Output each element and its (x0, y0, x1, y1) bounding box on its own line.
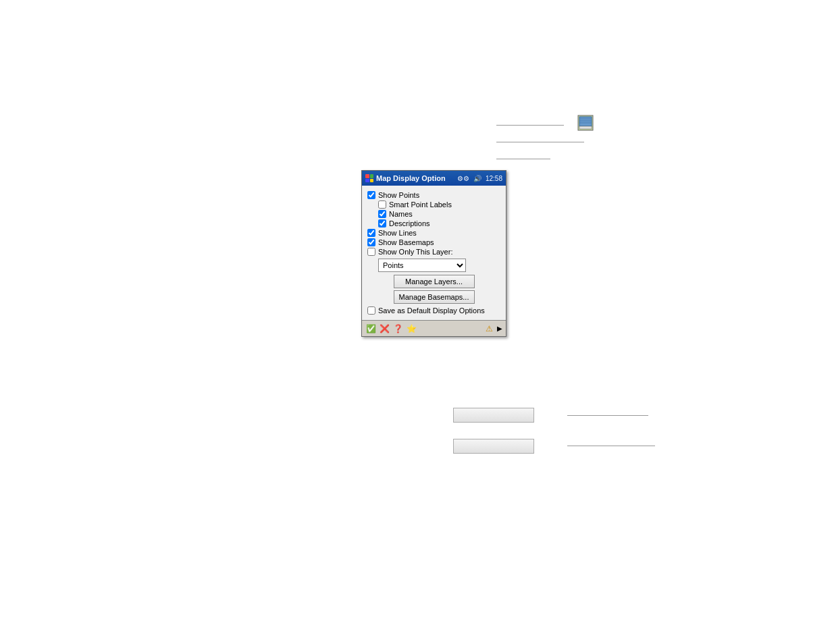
dialog-titlebar[interactable]: Map Display Option ⚙⚙ 🔊 12:58 (362, 171, 506, 186)
cancel-icon[interactable]: ❌ (379, 323, 390, 334)
manage-layers-button[interactable]: Manage Layers... (394, 275, 475, 288)
ok-icon[interactable]: ✅ (365, 323, 376, 334)
deco-line-2 (496, 142, 584, 142)
show-only-layer-label: Show Only This Layer: (378, 248, 452, 256)
descriptions-checkbox[interactable] (378, 219, 386, 227)
top-right-icon (577, 115, 594, 131)
toolbar-arrow[interactable]: ▶ (497, 325, 502, 332)
svg-rect-1 (579, 117, 592, 126)
save-default-label: Save as Default Display Options (378, 306, 485, 315)
show-points-row[interactable]: Show Points (367, 191, 500, 199)
show-basemaps-row[interactable]: Show Basemaps (367, 238, 500, 246)
show-points-label: Show Points (378, 191, 419, 199)
save-default-row[interactable]: Save as Default Display Options (367, 306, 500, 315)
manage-basemaps-row: Manage Basemaps... (367, 290, 500, 304)
show-basemaps-checkbox[interactable] (367, 238, 375, 246)
save-default-checkbox[interactable] (367, 306, 375, 315)
dialog-toolbar: ✅ ❌ ❓ ⭐ ⚠ ▶ (362, 320, 506, 336)
titlebar-left: Map Display Option (365, 174, 446, 182)
title-time: 12:58 (486, 175, 502, 182)
bottom-button-1[interactable] (453, 408, 534, 423)
show-points-checkbox[interactable] (367, 191, 375, 199)
names-row[interactable]: Names (378, 210, 500, 218)
layer-dropdown-row[interactable]: Points Lines Basemaps (378, 259, 500, 272)
deco-line-3 (496, 159, 550, 159)
deco-line-1 (496, 125, 564, 126)
star-icon[interactable]: ⭐ (406, 323, 417, 334)
show-only-layer-checkbox[interactable] (367, 248, 375, 256)
show-only-layer-row[interactable]: Show Only This Layer: (367, 248, 500, 256)
names-checkbox[interactable] (378, 210, 386, 218)
manage-layers-row: Manage Layers... (367, 275, 500, 288)
manage-basemaps-button[interactable]: Manage Basemaps... (394, 290, 475, 304)
deco-line-4 (567, 415, 648, 416)
dialog-body: Show Points Smart Point Labels Names Des… (362, 186, 506, 320)
title-speaker: 🔊 (473, 175, 481, 182)
show-lines-label: Show Lines (378, 229, 417, 237)
smart-labels-label: Smart Point Labels (389, 200, 452, 209)
map-display-dialog: Map Display Option ⚙⚙ 🔊 12:58 Show Point… (361, 170, 506, 337)
bottom-button-2[interactable] (453, 439, 534, 454)
layer-dropdown[interactable]: Points Lines Basemaps (378, 259, 466, 272)
show-lines-row[interactable]: Show Lines (367, 229, 500, 237)
titlebar-right: ⚙⚙ 🔊 12:58 (457, 175, 502, 182)
show-lines-checkbox[interactable] (367, 229, 375, 237)
dialog-title: Map Display Option (376, 174, 446, 182)
help-icon[interactable]: ❓ (392, 323, 403, 334)
show-basemaps-label: Show Basemaps (378, 238, 434, 246)
warning-icon: ⚠ (484, 323, 494, 334)
smart-labels-checkbox[interactable] (378, 200, 386, 209)
descriptions-row[interactable]: Descriptions (378, 219, 500, 227)
deco-line-5 (567, 446, 655, 446)
xp-logo-icon (365, 174, 373, 182)
names-label: Names (389, 210, 413, 218)
svg-rect-2 (579, 126, 592, 129)
descriptions-label: Descriptions (389, 219, 430, 227)
smart-point-labels-row[interactable]: Smart Point Labels (378, 200, 500, 209)
title-icons: ⚙⚙ (457, 175, 469, 182)
